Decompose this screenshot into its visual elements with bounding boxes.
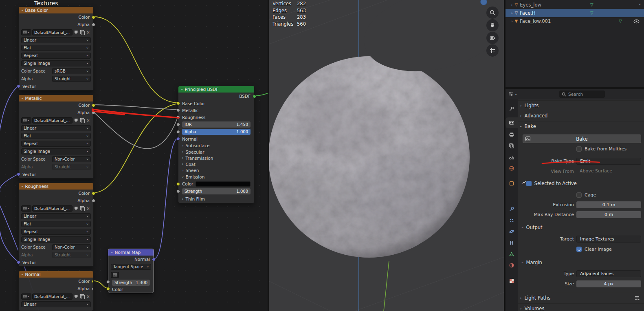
vector-input-socket[interactable] [17, 172, 20, 176]
panel-lights[interactable]: ›Lights [520, 101, 538, 110]
panel-bake[interactable]: ›Bake [520, 122, 536, 130]
uv-map-button[interactable] [111, 272, 119, 278]
outliner-row-face-h[interactable]: › ▽ Face.H ▽ [506, 9, 644, 17]
fake-user-icon[interactable] [73, 118, 79, 123]
cage-checkbox[interactable] [576, 192, 582, 198]
tab-output[interactable] [506, 129, 518, 140]
emission-strength-input-socket[interactable] [176, 190, 180, 193]
emission-strength-slider[interactable]: Strength1.000 [182, 188, 251, 194]
outliner-row-eyes-low[interactable]: › ▽ Eyes_low ▽ [506, 1, 644, 9]
source-dropdown[interactable]: Single Image› [21, 60, 91, 66]
alpha-mode-dropdown[interactable]: Straight› [52, 252, 91, 258]
outliner[interactable]: › ▽ Eyes_low ▽ › ▽ Face.H ▽ › ▼ Face_low… [506, 0, 644, 87]
tab-object[interactable] [506, 178, 518, 189]
copy-icon[interactable] [79, 294, 85, 299]
emission-color-swatch[interactable] [196, 181, 251, 187]
moon-sphere[interactable] [269, 56, 470, 258]
unlink-icon[interactable]: × [86, 30, 91, 35]
clear-image-checkbox[interactable] [576, 247, 582, 252]
outliner-row-face-low-001[interactable]: › ▼ Face_low.001 ▽ [506, 17, 644, 25]
subsurface-panel[interactable]: ›Subsurface [178, 142, 254, 149]
panel-light-paths[interactable]: ›Light Paths [520, 294, 550, 302]
copy-icon[interactable] [79, 30, 85, 35]
expand-icon[interactable]: › [511, 11, 513, 15]
transmission-panel[interactable]: ›Transmission [178, 155, 254, 161]
filter-chevron-icon[interactable]: › [638, 4, 642, 5]
image-browse-button[interactable]: › [21, 293, 31, 300]
ior-input-socket[interactable] [176, 123, 180, 126]
image-texture-node-normal[interactable]: ›Normal Color Alpha › DefaultMaterial_..… [18, 271, 94, 311]
extension-dropdown[interactable]: Repeat› [21, 53, 91, 59]
emission-panel[interactable]: ›Emission [178, 174, 254, 180]
panel-volumes[interactable]: ›Volumes [520, 304, 544, 311]
node-header[interactable]: ›Base Color [19, 7, 93, 13]
alpha-mode-dropdown[interactable]: Straight› [52, 164, 91, 170]
node-header[interactable]: ›Normal Map [108, 249, 154, 256]
color-space-dropdown[interactable]: sRGB› [52, 68, 91, 74]
tab-material[interactable] [506, 260, 518, 271]
copy-icon[interactable] [79, 206, 85, 211]
extrusion-slider[interactable]: 0.1 m [576, 201, 641, 208]
color-space-dropdown[interactable]: Non-Color› [52, 244, 91, 250]
extension-dropdown[interactable]: Repeat› [21, 229, 91, 235]
bs-output-socket[interactable] [253, 95, 256, 98]
principled-bsdf-node[interactable]: ›Principled BSDF BSDF Base Color Metalli… [178, 86, 255, 203]
alpha-mode-dropdown[interactable]: Straight› [52, 76, 91, 82]
alpha-output-socket[interactable] [92, 23, 95, 26]
image-name-field[interactable]: DefaultMaterial_... [32, 29, 73, 35]
margin-type-dropdown[interactable]: Adjacent Faces [576, 270, 641, 277]
fake-user-icon[interactable] [73, 294, 79, 299]
normal-output-socket[interactable] [152, 258, 156, 261]
max-ray-distance-slider[interactable]: 0 m [576, 211, 641, 218]
panel-margin[interactable]: ›Margin [522, 258, 542, 267]
emission-color-input-socket[interactable] [176, 182, 180, 186]
normal-input-socket[interactable] [176, 137, 180, 141]
alpha-output-socket[interactable] [92, 199, 95, 203]
base-color-input-socket[interactable] [176, 101, 180, 105]
normal-map-node[interactable]: ›Normal Map Normal Tangent Space› Streng… [108, 249, 154, 293]
color-output-socket[interactable] [92, 192, 95, 195]
interpolation-dropdown[interactable]: Linear› [21, 37, 91, 43]
extension-dropdown[interactable]: Repeat› [21, 141, 91, 147]
selected-to-active-checkbox[interactable] [526, 181, 532, 186]
unlink-icon[interactable]: × [86, 118, 91, 123]
presets-icon[interactable] [634, 296, 640, 300]
color-output-socket[interactable] [92, 15, 95, 19]
node-header[interactable]: ›Roughness [19, 183, 93, 190]
image-texture-node-basecolor[interactable]: ›Base Color Color Alpha › DefaultMateria… [18, 7, 94, 90]
panel-advanced[interactable]: ›Advanced [520, 112, 547, 120]
alpha-slider[interactable]: Alpha1.000 [182, 129, 251, 135]
metallic-input-socket[interactable] [176, 108, 180, 112]
image-name-field[interactable]: DefaultMaterial_... [32, 117, 73, 124]
projection-dropdown[interactable]: Flat› [21, 133, 91, 139]
thin-film-panel[interactable]: ›Thin Film [178, 195, 254, 203]
tab-view-layer[interactable] [506, 141, 518, 151]
tab-render[interactable] [506, 117, 518, 128]
color-input-socket[interactable] [106, 287, 110, 291]
image-browse-button[interactable]: › [21, 29, 31, 35]
image-texture-node-metallic[interactable]: ›Metallic Color Alpha › DefaultMaterial_… [18, 95, 94, 179]
vector-input-socket[interactable] [17, 84, 20, 88]
image-texture-node-roughness[interactable]: ›Roughness Color Alpha › DefaultMaterial… [18, 183, 94, 267]
sheen-panel[interactable]: ›Sheen [178, 167, 254, 174]
unlink-icon[interactable]: × [86, 206, 91, 211]
fake-user-icon[interactable] [73, 30, 79, 35]
chevron-down-icon[interactable]: › [514, 93, 518, 95]
pan-gizmo[interactable] [486, 19, 499, 31]
projection-dropdown[interactable]: Flat› [21, 221, 91, 227]
fake-user-icon[interactable] [73, 206, 79, 211]
alpha-output-socket[interactable] [92, 111, 95, 115]
copy-icon[interactable] [79, 118, 85, 123]
color-output-socket[interactable] [92, 280, 94, 283]
grid-toggle-gizmo[interactable] [486, 44, 499, 57]
specular-panel[interactable]: ›Specular [178, 149, 254, 155]
source-dropdown[interactable]: Single Image› [21, 148, 91, 154]
target-dropdown[interactable]: Image Textures [576, 236, 641, 243]
panel-selected-to-active[interactable]: › Selected to Active [522, 179, 577, 187]
bake-from-multires-checkbox[interactable] [576, 146, 582, 152]
interpolation-dropdown[interactable]: Linear› [21, 213, 91, 219]
viewport-3d[interactable]: Vertices282 Edges563 Faces283 Triangles5… [269, 0, 505, 311]
expand-icon[interactable]: › [511, 3, 513, 7]
interpolation-dropdown[interactable]: Linear› [21, 125, 91, 131]
image-name-field[interactable]: DefaultMaterial_... [32, 293, 73, 300]
